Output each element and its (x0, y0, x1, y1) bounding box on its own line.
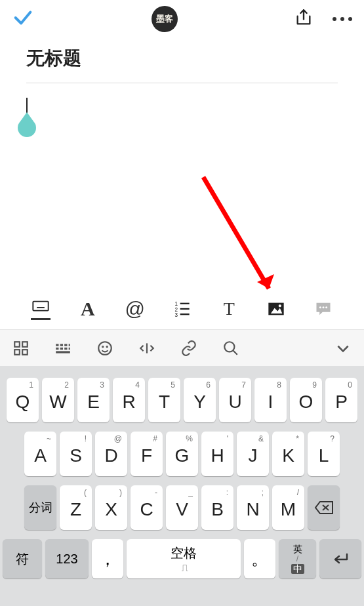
key-B[interactable]: :B (201, 485, 233, 530)
svg-rect-31 (64, 347, 67, 349)
keyboard-layout-icon[interactable] (51, 336, 75, 360)
key-S[interactable]: !S (60, 432, 92, 476)
svg-point-19 (322, 306, 324, 308)
svg-line-39 (233, 350, 237, 355)
key-P[interactable]: 0P (325, 378, 357, 422)
svg-rect-25 (56, 344, 58, 346)
key-Z[interactable]: (Z (60, 485, 92, 530)
key-R[interactable]: 4R (113, 378, 145, 422)
key-I[interactable]: 8I (254, 378, 287, 422)
cursor-handle[interactable] (18, 119, 36, 137)
keyboard-toggle-button[interactable] (28, 296, 54, 322)
key-E[interactable]: 3E (77, 378, 110, 422)
key-U[interactable]: 7U (219, 378, 251, 422)
share-button[interactable] (294, 9, 313, 30)
symbol-key[interactable]: 符 (3, 539, 42, 578)
svg-point-38 (224, 342, 234, 352)
search-icon[interactable] (219, 336, 243, 360)
keyboard-row-3: 分词 (Z)X-C_V:B;N/M (3, 485, 361, 530)
svg-point-20 (325, 306, 327, 308)
insert-image-button[interactable] (263, 296, 289, 322)
key-F[interactable]: #F (131, 432, 163, 476)
comma-key[interactable]: ， (92, 539, 123, 578)
svg-rect-32 (69, 347, 70, 349)
keyboard-row-1: 1Q2W3E4R5T6Y7U8I9O0P (3, 378, 361, 422)
comment-button[interactable] (310, 296, 336, 322)
svg-rect-27 (64, 344, 67, 346)
numeric-key[interactable]: 123 (45, 539, 89, 578)
clipboard-link-icon[interactable] (177, 336, 201, 360)
keyboard-quick-row (0, 329, 364, 366)
language-toggle-key[interactable]: 英 / 中 (279, 539, 316, 578)
key-Y[interactable]: 6Y (184, 378, 216, 422)
svg-point-35 (102, 346, 103, 347)
key-N[interactable]: ;N (237, 485, 269, 530)
annotation-arrow (190, 171, 295, 308)
key-L[interactable]: ?L (308, 432, 340, 476)
editor-area: 无标题 (0, 38, 364, 136)
keyboard-row-2: ~A!S@D#F%G'H&J*K?L (3, 432, 361, 476)
list-button[interactable]: 123 (169, 296, 195, 322)
fenci-key[interactable]: 分词 (24, 485, 56, 530)
title-divider (26, 83, 338, 83)
key-H[interactable]: 'H (201, 432, 233, 476)
key-Q[interactable]: 1Q (7, 378, 39, 422)
key-W[interactable]: 2W (42, 378, 74, 422)
svg-rect-30 (60, 347, 63, 349)
collapse-keyboard-icon[interactable] (331, 336, 355, 360)
key-O[interactable]: 9O (290, 378, 322, 422)
svg-rect-24 (22, 350, 28, 355)
svg-point-34 (98, 342, 111, 355)
svg-rect-29 (56, 347, 58, 349)
emoji-icon[interactable] (93, 336, 117, 360)
svg-rect-33 (56, 351, 70, 353)
keyboard-row-4: 符 123 ， 空格⎍ 。 英 / 中 (3, 539, 361, 578)
mention-button[interactable]: @ (122, 296, 148, 322)
title-style-button[interactable]: T (216, 296, 242, 322)
key-T[interactable]: 5T (148, 378, 180, 422)
svg-rect-22 (22, 342, 28, 347)
space-key[interactable]: 空格⎍ (127, 539, 241, 578)
key-A[interactable]: ~A (24, 432, 56, 476)
confirm-button[interactable] (12, 7, 34, 31)
svg-point-18 (319, 306, 321, 308)
editor-toolbar: A @ 123 T (0, 289, 364, 329)
key-C[interactable]: -C (131, 485, 163, 530)
svg-rect-2 (33, 301, 48, 310)
svg-rect-12 (180, 303, 190, 304)
grid-icon[interactable] (9, 336, 33, 360)
svg-point-36 (107, 346, 108, 347)
key-V[interactable]: _V (166, 485, 198, 530)
key-D[interactable]: @D (95, 432, 127, 476)
content-input[interactable] (26, 96, 338, 136)
cursor-move-icon[interactable] (135, 336, 159, 360)
key-J[interactable]: &J (237, 432, 269, 476)
svg-rect-23 (14, 350, 20, 355)
svg-point-17 (279, 304, 281, 307)
svg-line-0 (203, 177, 269, 289)
key-M[interactable]: /M (272, 485, 304, 530)
mic-icon: ⎍ (182, 562, 188, 574)
enter-key[interactable] (319, 539, 361, 578)
more-button[interactable] (333, 17, 352, 21)
key-G[interactable]: %G (166, 432, 198, 476)
svg-rect-26 (60, 344, 63, 346)
svg-text:3: 3 (175, 312, 178, 318)
app-logo: 墨客 (152, 6, 178, 32)
svg-rect-28 (69, 344, 70, 346)
key-K[interactable]: *K (272, 432, 304, 476)
top-bar: 墨客 (0, 0, 364, 38)
title-input[interactable]: 无标题 (26, 45, 338, 83)
svg-rect-13 (180, 308, 190, 310)
font-style-button[interactable]: A (75, 296, 101, 322)
backspace-key[interactable] (308, 485, 340, 530)
key-X[interactable]: )X (95, 485, 127, 530)
keyboard: 1Q2W3E4R5T6Y7U8I9O0P ~A!S@D#F%G'H&J*K?L … (0, 366, 364, 606)
svg-rect-21 (14, 342, 20, 347)
svg-rect-14 (180, 313, 190, 315)
svg-marker-1 (257, 274, 274, 289)
period-key[interactable]: 。 (244, 539, 275, 578)
